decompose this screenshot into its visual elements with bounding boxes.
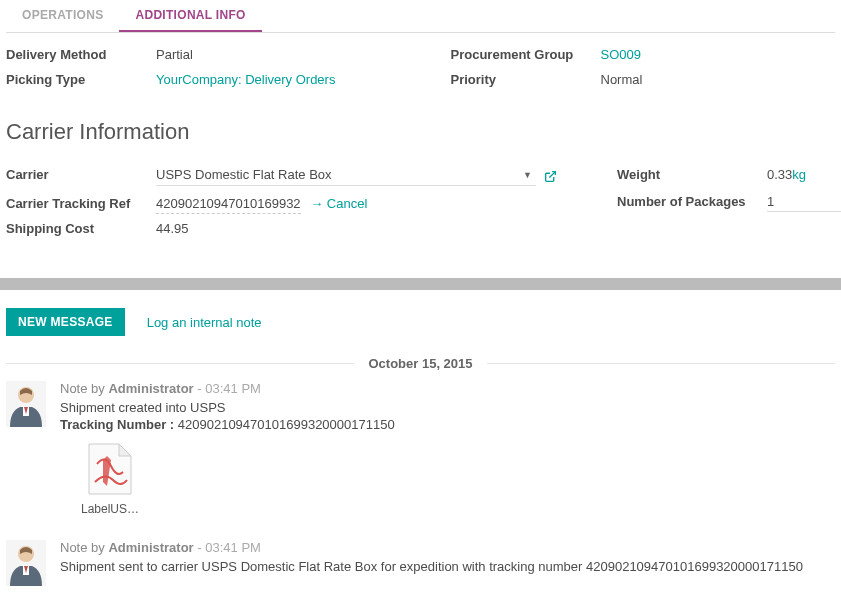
note-byline: Note by Administrator - 03:41 PM <box>60 381 835 396</box>
tracking-ref-label: Carrier Tracking Ref <box>6 196 156 211</box>
form-additional-info: Delivery Method Partial Picking Type You… <box>0 33 841 270</box>
messaging-section: NEW MESSAGE Log an internal note October… <box>0 290 841 615</box>
date-divider: October 15, 2015 <box>6 356 835 371</box>
tabs: OPERATIONS ADDITIONAL INFO <box>6 0 835 33</box>
priority-value: Normal <box>601 72 836 87</box>
carrier-label: Carrier <box>6 167 156 182</box>
shipping-cost-value: 44.95 <box>156 221 557 236</box>
shipping-cost-label: Shipping Cost <box>6 221 156 236</box>
carrier-info-heading: Carrier Information <box>6 119 835 145</box>
picking-type-label: Picking Type <box>6 72 156 87</box>
priority-label: Priority <box>451 72 601 87</box>
attachment[interactable]: LabelUS… <box>60 442 160 516</box>
new-message-button[interactable]: NEW MESSAGE <box>6 308 125 336</box>
section-divider <box>0 278 841 290</box>
weight-value: 0.33 <box>767 167 792 182</box>
tracking-ref-value[interactable]: 42090210947010169932 <box>156 196 301 214</box>
carrier-select[interactable]: USPS Domestic Flat Rate Box ▼ <box>156 167 536 186</box>
note-item: Note by Administrator - 03:41 PM Shipmen… <box>6 381 835 516</box>
packages-input[interactable] <box>767 192 841 212</box>
note-text: Shipment created into USPS <box>60 400 835 415</box>
avatar <box>6 540 46 586</box>
log-internal-note-link[interactable]: Log an internal note <box>147 315 262 330</box>
chevron-down-icon: ▼ <box>523 170 532 180</box>
picking-type-value[interactable]: YourCompany: Delivery Orders <box>156 72 391 87</box>
carrier-select-text: USPS Domestic Flat Rate Box <box>156 167 519 182</box>
external-link-icon[interactable] <box>544 170 557 183</box>
packages-label: Number of Packages <box>617 194 767 209</box>
tab-operations[interactable]: OPERATIONS <box>6 0 119 32</box>
cancel-button[interactable]: Cancel <box>310 196 367 211</box>
date-label: October 15, 2015 <box>354 356 486 371</box>
weight-unit: kg <box>792 167 806 182</box>
note-text: Shipment sent to carrier USPS Domestic F… <box>60 559 835 574</box>
tab-additional-info[interactable]: ADDITIONAL INFO <box>119 0 261 32</box>
svg-line-0 <box>549 172 555 178</box>
attachment-name: LabelUS… <box>60 502 160 516</box>
pdf-icon <box>85 442 135 496</box>
note-tracking: Tracking Number : 4209021094701016993200… <box>60 417 835 432</box>
note-byline: Note by Administrator - 03:41 PM <box>60 540 835 555</box>
delivery-method-label: Delivery Method <box>6 47 156 62</box>
procurement-group-value[interactable]: SO009 <box>601 47 836 62</box>
avatar <box>6 381 46 427</box>
procurement-group-label: Procurement Group <box>451 47 601 62</box>
delivery-method-value: Partial <box>156 47 391 62</box>
note-item: Note by Administrator - 03:41 PM Shipmen… <box>6 540 835 586</box>
weight-label: Weight <box>617 167 767 182</box>
